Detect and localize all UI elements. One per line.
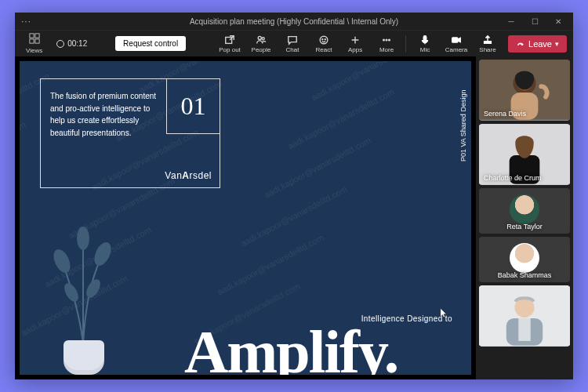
participant-tile[interactable]: Charlotte de Crum [479,124,570,185]
slide-headline: Amplify. [184,325,460,375]
meeting-main: aadi.kapoor@vanarsdelltd.comaadi.kapoor@… [15,56,573,379]
views-button[interactable]: Views [21,31,47,56]
leave-button[interactable]: Leave ▾ [508,35,567,53]
share-label: Share [479,46,495,53]
svg-point-7 [320,36,328,44]
brand-pre: Van [165,170,182,181]
slide-brand: VanArsdel [165,170,212,181]
svg-point-11 [386,39,387,41]
timer-value: 00:12 [67,39,87,48]
participant-name: Reta Taylor [479,223,570,230]
participant-name: Serena Davis [484,110,526,118]
svg-point-6 [262,37,264,39]
react-icon [318,34,329,45]
shared-content-stage[interactable]: aadi.kapoor@vanarsdelltd.comaadi.kapoor@… [15,56,476,379]
request-control-button[interactable]: Request control [115,36,186,51]
slide-body-text: The fusion of premium content and pro-ac… [50,90,160,139]
svg-point-10 [383,39,385,41]
more-button[interactable]: More [371,33,402,55]
more-icon [381,34,392,45]
camera-label: Camera [445,46,467,53]
presentation-slide: aadi.kapoor@vanarsdelltd.comaadi.kapoor@… [20,61,471,375]
popout-button[interactable]: Pop out [214,33,245,55]
slide-side-label: P01 VA Shared Design [457,67,470,162]
people-button[interactable]: People [245,33,277,55]
svg-point-15 [50,247,74,276]
share-icon [482,34,493,45]
participant-roster: Serena Davis Charlotte de Crum Reta Tayl… [476,56,573,379]
slide-card: The fusion of premium content and pro-ac… [40,78,220,188]
participant-tile[interactable]: Reta Taylor [479,188,570,234]
chat-icon [287,34,298,45]
popout-label: Pop out [219,46,241,53]
popout-icon [224,34,235,45]
svg-point-8 [322,38,323,39]
people-label: People [252,46,271,53]
slide-number: 01 [166,79,220,134]
share-button[interactable]: Share [472,33,503,55]
chevron-down-icon: ▾ [555,40,559,48]
meeting-window: ··· Acquisition plan meeting (Highly Con… [15,13,573,379]
camera-button[interactable]: Camera [441,33,472,55]
chat-button[interactable]: Chat [277,33,308,55]
minimize-button[interactable]: ─ [499,13,523,30]
maximize-button[interactable]: ☐ [523,13,546,30]
svg-rect-3 [34,39,38,43]
toolbar-separator [405,35,406,53]
participant-tile[interactable] [479,285,570,347]
brand-post: rsdel [189,170,212,181]
camera-icon [451,34,462,45]
svg-point-16 [91,240,114,269]
react-label: React [316,46,332,53]
mic-label: Mic [420,46,430,53]
meeting-timer: 00:12 [56,39,87,48]
svg-rect-2 [29,39,33,43]
apps-button[interactable]: Apps [339,33,371,55]
leave-label: Leave [528,39,552,49]
participant-tile[interactable]: Serena Davis [479,60,570,121]
more-label: More [379,46,394,53]
grid-icon [29,33,40,46]
avatar [510,243,539,273]
slide-plant-art [32,218,126,375]
participant-name: Charlotte de Crum [484,174,542,182]
svg-rect-14 [452,37,458,42]
participant-name: Babak Shammas [479,271,570,279]
avatar [510,194,539,224]
plus-icon [350,34,361,45]
titlebar: ··· Acquisition plan meeting (Highly Con… [15,13,573,30]
mic-icon [419,34,430,45]
close-button[interactable]: ✕ [546,13,570,30]
meeting-toolbar: Views 00:12 Request control Pop out Peop… [15,30,573,56]
svg-point-18 [61,281,81,304]
views-label: Views [26,47,42,54]
svg-point-9 [325,38,325,39]
svg-rect-29 [518,318,530,341]
apps-label: Apps [348,46,362,53]
svg-point-12 [389,39,390,41]
window-controls: ─ ☐ ✕ [499,13,570,30]
svg-point-17 [77,227,89,250]
svg-point-5 [258,36,261,39]
mic-button[interactable]: Mic [409,33,441,55]
timer-icon [56,40,64,48]
svg-rect-13 [423,35,426,40]
chat-label: Chat [286,46,299,53]
window-title: Acquisition plan meeting (Highly Confide… [190,17,398,26]
cursor-icon [440,307,448,318]
react-button[interactable]: React [308,33,339,55]
svg-rect-0 [29,34,33,38]
leave-icon [516,39,525,49]
participant-tile[interactable]: Babak Shammas [479,237,570,282]
titlebar-more-icon[interactable]: ··· [21,16,31,27]
svg-rect-1 [34,34,38,38]
people-icon [256,34,267,45]
